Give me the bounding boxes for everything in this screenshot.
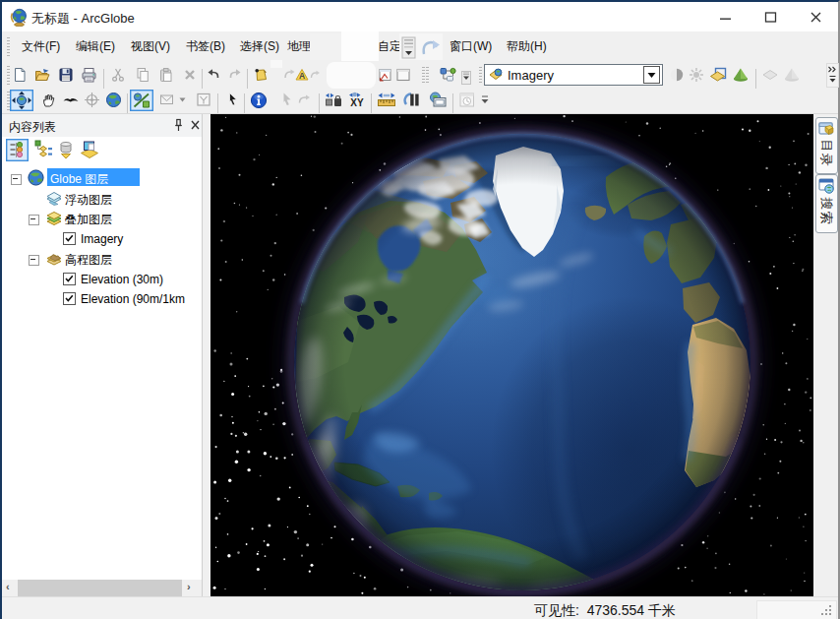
svg-text:A: A xyxy=(299,71,305,81)
svg-text:XY: XY xyxy=(350,97,364,108)
